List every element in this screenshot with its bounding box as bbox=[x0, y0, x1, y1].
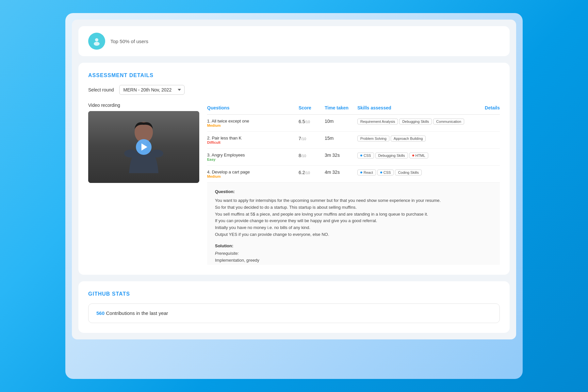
skill-dot bbox=[380, 172, 382, 173]
skills-container: Problem Solving Approach Building bbox=[357, 136, 474, 141]
svg-point-5 bbox=[150, 150, 163, 157]
svg-point-1 bbox=[94, 42, 100, 46]
skill-tag: Communication bbox=[433, 119, 464, 124]
round-select[interactable]: MERN - 20th Nov, 2022 bbox=[119, 85, 185, 95]
assessment-card: ASSESSMENT DETAILS Select round MERN - 2… bbox=[78, 63, 510, 275]
svg-point-0 bbox=[95, 38, 98, 41]
score-value: 6.5 bbox=[299, 119, 305, 124]
q-score-col: 6.5/10 bbox=[299, 119, 325, 124]
q-name-col: 1. All twice except one Medium bbox=[207, 119, 299, 127]
question-name: 2. Pair less than K bbox=[207, 136, 299, 140]
ranking-card: Top 50% of users bbox=[78, 26, 510, 56]
outer-container: Top 50% of users ASSESSMENT DETAILS Sele… bbox=[65, 13, 523, 379]
solution-title: Solution: bbox=[215, 243, 492, 248]
skills-container: React CSS Coding Skills bbox=[357, 170, 474, 175]
time-value: 3m 32s bbox=[325, 153, 357, 158]
skill-dot bbox=[412, 155, 414, 156]
skills-container: Requirement Analysis Debugging Skills Co… bbox=[357, 119, 474, 124]
q-name-col: 2. Pair less than K Difficult bbox=[207, 136, 299, 144]
solution-body: Prerequisite: Implementation, greedy bbox=[215, 250, 492, 264]
github-title: GITHUB STATS bbox=[88, 291, 500, 297]
skill-tag: Debugging Skills bbox=[375, 153, 408, 158]
difficulty-badge: Easy bbox=[207, 157, 299, 161]
main-content: Video recording bbox=[88, 103, 500, 265]
difficulty-badge: Medium bbox=[207, 123, 299, 127]
assessment-title: ASSESSMENT DETAILS bbox=[88, 73, 500, 78]
score-denom: /10 bbox=[301, 137, 306, 141]
time-value: 10m bbox=[325, 119, 357, 124]
skill-tag: Problem Solving bbox=[357, 136, 389, 141]
skill-tag: HTML bbox=[409, 153, 428, 158]
q-score-col: 7/10 bbox=[299, 136, 325, 141]
score-value: 8 bbox=[299, 153, 301, 158]
score-denom: /10 bbox=[301, 154, 306, 158]
skill-tag: Debugging Skills bbox=[399, 119, 432, 124]
th-details: Details bbox=[474, 105, 500, 110]
th-skills: Skills assessed bbox=[357, 105, 474, 110]
inner-container: Top 50% of users ASSESSMENT DETAILS Sele… bbox=[72, 20, 516, 339]
time-value: 4m 32s bbox=[325, 170, 357, 175]
skill-tag: CSS bbox=[357, 153, 374, 158]
skill-tag: React bbox=[357, 170, 376, 175]
contrib-count: 560 bbox=[96, 310, 105, 316]
score-value: 7 bbox=[299, 136, 301, 141]
play-button[interactable] bbox=[136, 139, 152, 155]
question-detail-body: You want to apply for internships for th… bbox=[215, 197, 492, 238]
table-row: 3. Angry Employees Easy 8/10 3m 32s CSS … bbox=[207, 149, 500, 166]
skill-dot bbox=[360, 155, 362, 156]
th-questions: Questions bbox=[207, 105, 299, 110]
table-row: 4. Develop a cart page Medium 6.2/10 4m … bbox=[207, 166, 500, 183]
svg-point-4 bbox=[124, 150, 137, 157]
select-label: Select round bbox=[88, 87, 114, 92]
q-score-col: 6.2/10 bbox=[299, 170, 325, 175]
table-row: 1. All twice except one Medium 6.5/10 10… bbox=[207, 115, 500, 132]
question-detail-expanded: Question: You want to apply for internsh… bbox=[207, 183, 500, 265]
question-name: 4. Develop a cart page bbox=[207, 170, 299, 174]
skill-tag: Coding Skills bbox=[395, 170, 422, 175]
th-time: Time taken bbox=[325, 105, 357, 110]
rank-text: Top 50% of users bbox=[110, 39, 148, 44]
skill-tag: Approach Building bbox=[391, 136, 426, 141]
skill-dot bbox=[360, 172, 362, 173]
skill-tag: Requirement Analysis bbox=[357, 119, 398, 124]
questions-section: Questions Score Time taken Skills assess… bbox=[207, 103, 500, 265]
q-score-col: 8/10 bbox=[299, 153, 325, 158]
score-denom: /10 bbox=[305, 120, 310, 124]
question-detail-title: Question: bbox=[215, 189, 492, 194]
skills-container: CSS Debugging Skills HTML bbox=[357, 153, 474, 158]
question-name: 1. All twice except one bbox=[207, 119, 299, 123]
q-name-col: 3. Angry Employees Easy bbox=[207, 153, 299, 161]
play-icon bbox=[141, 143, 147, 151]
video-section: Video recording bbox=[88, 103, 199, 265]
skill-tag: CSS bbox=[377, 170, 394, 175]
contributions-card: 560 Contributions in the last year bbox=[88, 303, 500, 323]
score-denom: /10 bbox=[305, 171, 310, 175]
table-header: Questions Score Time taken Skills assess… bbox=[207, 103, 500, 115]
avatar bbox=[88, 33, 105, 50]
time-value: 15m bbox=[325, 136, 357, 141]
score-value: 6.2 bbox=[299, 170, 305, 175]
contrib-text-label: Contributions in the last year bbox=[106, 310, 168, 316]
table-row: 2. Pair less than K Difficult 7/10 15m P… bbox=[207, 132, 500, 149]
video-label: Video recording bbox=[88, 103, 199, 108]
q-name-col: 4. Develop a cart page Medium bbox=[207, 170, 299, 178]
questions-list: 1. All twice except one Medium 6.5/10 10… bbox=[207, 115, 500, 265]
video-player[interactable] bbox=[88, 111, 199, 183]
th-score: Score bbox=[299, 105, 325, 110]
difficulty-badge: Medium bbox=[207, 174, 299, 178]
difficulty-badge: Difficult bbox=[207, 140, 299, 144]
question-name: 3. Angry Employees bbox=[207, 153, 299, 157]
select-row: Select round MERN - 20th Nov, 2022 bbox=[88, 85, 500, 95]
github-card: GITHUB STATS 560 Contributions in the la… bbox=[78, 281, 510, 333]
